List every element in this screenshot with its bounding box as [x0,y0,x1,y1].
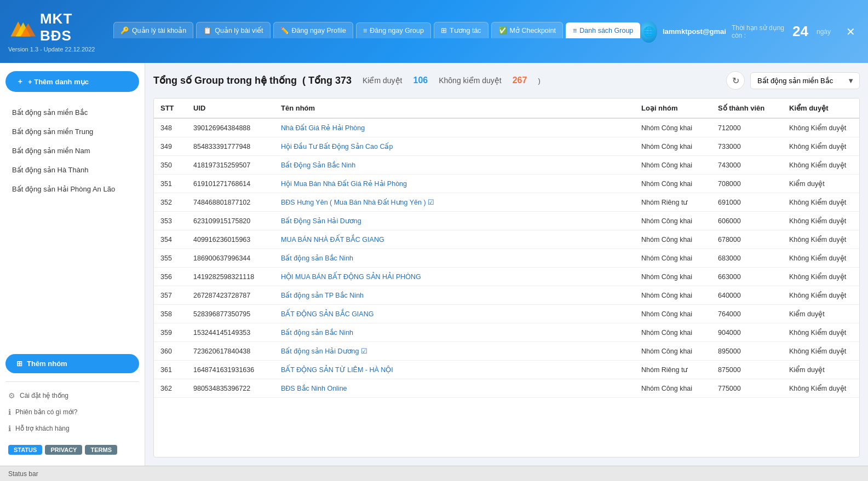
cell-uid: 267287423728787 [187,286,274,305]
title-text: Tổng số Group trong hệ thống [153,75,297,86]
cell-stt: 359 [154,323,187,342]
cell-loai: Nhóm Riêng tư [635,193,711,212]
cell-ten[interactable]: BĐS Bắc Ninh Online [274,379,635,398]
cell-ten[interactable]: HỘI MUA BÁN BẤT ĐỘNG SẢN HẢI PHÒNG [274,268,635,286]
cell-thanh-vien: 733000 [711,137,783,156]
tab-danh-sach-group[interactable]: ≡ Danh sách Group [566,22,640,38]
cell-thanh-vien: 743000 [711,156,783,175]
cell-ten[interactable]: Bất động sản Bắc Ninh [274,249,635,268]
col-header-stt: STT [154,98,187,118]
cell-loai: Nhóm Công khai [635,118,711,137]
sidebar-item-bds-hai-phong[interactable]: Bất động sản Hải Phòng An Lão [5,179,139,199]
bottom-link-phien-ban[interactable]: ℹ Phiên bản có gì mới? [5,404,139,420]
cell-loai: Nhóm Công khai [635,249,711,268]
refresh-button[interactable]: ↻ [726,71,745,90]
cell-kiem-duyet: Kiểm duyệt [783,361,859,379]
table-row: 3561419282598321118HỘI MUA BÁN BẤT ĐỘNG … [154,268,859,286]
cell-ten[interactable]: BĐS Hưng Yên ( Mua Bán Nhà Đất Hưng Yên … [274,193,635,212]
cell-ten[interactable]: Bất động sản Hải Dương ☑ [274,342,635,361]
tab-dang-ngay-profile[interactable]: ✏️ Đăng ngay Profile [273,22,353,38]
tab-dang-ngay-group[interactable]: ≡ Đăng ngay Group [356,22,431,38]
privacy-badge[interactable]: PRIVACY [45,445,82,455]
usage-unit: ngày [817,28,831,36]
cell-stt: 358 [154,305,187,323]
status-badge[interactable]: STATUS [8,445,42,455]
cell-thanh-vien: 683000 [711,249,783,268]
check-icon: ✅ [498,26,507,34]
cell-uid: 854833391777948 [187,137,274,156]
cell-kiem-duyet: Không Kiểm duyệt [783,137,859,156]
sidebar-item-bds-mien-trung[interactable]: Bất động sản miền Trung [5,122,139,141]
cell-ten[interactable]: Bất động sản TP Bắc Ninh [274,286,635,305]
cell-ten[interactable]: Bất Động Sản Hải Dương [274,212,635,230]
cell-ten[interactable]: Nhà Đất Giá Rẻ Hải Phòng [274,118,635,137]
cell-uid: 723620617840438 [187,342,274,361]
bottom-link-cai-dat[interactable]: ⚙ Cài đặt hệ thống [5,387,139,404]
kiem-duyet-value: 106 [413,76,428,85]
sidebar-item-bds-mien-nam[interactable]: Bất động sản miền Nam [5,141,139,160]
cell-loai: Nhóm Công khai [635,379,711,398]
status-bar: Status bar [0,466,868,481]
sidebar-item-bds-ha-thanh[interactable]: Bất động sản Hà Thành [5,160,139,179]
cell-ten[interactable]: MUA BÁN NHÀ ĐẤT BẮC GIANG [274,230,635,249]
header-right-controls: ↻ Bất động sản miền Bắc Bất động sản miề… [726,71,860,90]
col-header-kiem-duyet: Kiểm duyệt [783,98,859,118]
cell-thanh-vien: 875000 [711,361,783,379]
cell-thanh-vien: 895000 [711,342,783,361]
total-label: ( Tổng [302,75,332,86]
table-row: 3611648741631931636BẤT ĐỘNG SẢN TỪ LIÊM … [154,361,859,379]
tab-quan-ly-bai-viet[interactable]: 📋 Quản lý bài viết [196,22,270,38]
filter-dropdown-wrapper: Bất động sản miền Bắc Bất động sản miền … [750,72,860,89]
tab-tuong-tac[interactable]: ⊞ Tương tác [434,22,488,38]
table-container[interactable]: STT UID Tên nhóm Loại nhóm Số thành viên… [153,98,860,457]
cell-stt: 354 [154,230,187,249]
avatar: 🌐 [640,21,657,43]
sidebar: ＋ + Thêm danh mục Bất động sản miền Bắc … [0,63,145,466]
status-bar-text: Status bar [8,470,38,478]
edit-icon: ✏️ [280,26,289,34]
cell-kiem-duyet: Kiểm duyệt [783,305,859,323]
cell-ten[interactable]: BẤT ĐỘNG SẢN BẮC GIANG [274,305,635,323]
page-header: Tổng số Group trong hệ thống ( Tổng 373 … [153,71,860,90]
phien-ban-label: Phiên bản có gì mới? [15,408,77,416]
cell-ten[interactable]: Bất động sản Bắc Ninh [274,323,635,342]
cell-ten[interactable]: BẤT ĐỘNG SẢN TỪ LIÊM - HÀ NỘI [274,361,635,379]
add-group-label: Thêm nhóm [27,360,67,368]
cell-stt: 352 [154,193,187,212]
key-icon: 🔑 [120,26,129,34]
bottom-link-ho-tro[interactable]: ℹ Hỗ trợ khách hàng [5,420,139,437]
cell-uid: 528396877350795 [187,305,274,323]
cell-ten[interactable]: Bất Động Sản Bắc Ninh [274,156,635,175]
cell-ten[interactable]: Hội Mua Bán Nhà Đất Giá Rẻ Hải Phòng [274,175,635,193]
cell-stt: 348 [154,118,187,137]
usage-label: Thời hạn sử dụng còn : [732,24,784,39]
cell-kiem-duyet: Không Kiểm duyệt [783,268,859,286]
sidebar-item-bds-mien-bac[interactable]: Bất động sản miền Bắc [5,103,139,122]
table-header-row: STT UID Tên nhóm Loại nhóm Số thành viên… [154,98,859,118]
table-row: 353623109915175820Bất Động Sản Hải Dương… [154,212,859,230]
sidebar-item-label: Bất động sản miền Bắc [12,108,88,117]
add-group-icon: ⊞ [16,360,22,368]
tab-label: Danh sách Group [579,27,633,34]
tab-quan-ly-tai-khoan[interactable]: 🔑 Quản lý tài khoản [113,22,193,38]
close-button[interactable]: ✕ [842,24,860,39]
tab-mo-checkpoint[interactable]: ✅ Mở Checkpoint [491,22,563,38]
add-group-button[interactable]: ⊞ Thêm nhóm [5,354,139,373]
cell-ten[interactable]: Hội Đầu Tư Bất Động Sản Cao Cấp [274,137,635,156]
add-category-button[interactable]: ＋ + Thêm danh mục [5,71,139,92]
main-content: Tổng số Group trong hệ thống ( Tổng 373 … [145,63,868,466]
cell-loai: Nhóm Công khai [635,286,711,305]
filter-dropdown[interactable]: Bất động sản miền Bắc Bất động sản miền … [750,72,860,89]
cell-thanh-vien: 775000 [711,379,783,398]
table-row: 359153244145149353Bất động sản Bắc NinhN… [154,323,859,342]
cell-kiem-duyet: Kiểm duyệt [783,175,859,193]
table-row: 360723620617840438Bất động sản Hải Dương… [154,342,859,361]
total-value: 373 [335,75,352,86]
cell-stt: 351 [154,175,187,193]
table-row: 352748468801877102BĐS Hưng Yên ( Mua Bán… [154,193,859,212]
terms-badge[interactable]: TERMS [85,445,117,455]
cell-thanh-vien: 712000 [711,118,783,137]
table-body: 348390126964384888Nhà Đất Giá Rẻ Hải Phò… [154,118,859,398]
cell-thanh-vien: 678000 [711,230,783,249]
cell-kiem-duyet: Không Kiểm duyệt [783,212,859,230]
